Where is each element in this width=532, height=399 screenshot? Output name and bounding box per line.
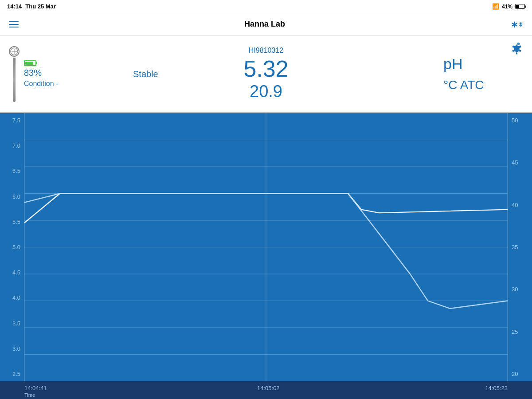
time-sublabel-start: Time — [24, 392, 35, 398]
wifi-icon: 📶 — [492, 3, 499, 10]
units-section: pH °C ATC — [434, 55, 523, 92]
y-right-35: 35 — [508, 244, 532, 250]
time-label-start: 14:04:41 — [24, 385, 47, 391]
probe-condition: Condition - — [24, 80, 58, 88]
probe-details: 83% Condition - — [24, 60, 58, 88]
probe-battery-icon — [24, 60, 36, 66]
y-right-25: 25 — [508, 329, 532, 335]
stable-label: Stable — [133, 69, 158, 79]
y-label-35: 3.5 — [0, 321, 24, 326]
ph-value: 5.32 — [243, 56, 288, 82]
menu-button[interactable] — [9, 21, 19, 27]
y-axis-right: 50 45 40 35 30 25 20 — [508, 113, 532, 381]
y-label-40: 4.0 — [0, 295, 24, 301]
y-label-25: 2.5 — [0, 371, 24, 377]
y-label-75: 7.5 — [0, 117, 24, 123]
device-id: HI9810312 — [249, 47, 283, 55]
probe-battery-percent: 83% — [24, 68, 58, 78]
probe-battery — [24, 60, 58, 66]
nav-bar: Hanna Lab ∗ — [0, 13, 532, 35]
probe-stem — [13, 58, 16, 102]
chart-svg — [24, 113, 508, 381]
battery-percent: 41% — [502, 4, 512, 10]
time-label-mid: 14:05:02 — [257, 385, 280, 391]
time-display: 14:14 — [7, 3, 22, 10]
y-right-50: 50 — [508, 117, 532, 123]
y-axis-left: 7.5 7.0 6.5 6.0 5.5 5.0 4.5 4.0 3.5 3.0 … — [0, 113, 24, 381]
time-label-end: 14:05:23 — [485, 385, 508, 391]
temp-value: 20.9 — [250, 82, 282, 101]
y-right-30: 30 — [508, 286, 532, 292]
battery-icon — [515, 4, 525, 9]
app-title: Hanna Lab — [244, 20, 285, 29]
probe-head — [9, 46, 20, 57]
y-right-20: 20 — [508, 371, 532, 377]
probe-icon — [9, 46, 20, 102]
y-label-50: 5.0 — [0, 244, 24, 250]
temp-unit: °C ATC — [443, 78, 484, 92]
date-display: Thu 25 Mar — [25, 3, 56, 10]
settings-button[interactable] — [511, 42, 523, 58]
y-label-45: 4.5 — [0, 270, 24, 275]
chart-plot-area — [24, 113, 508, 381]
y-label-70: 7.0 — [0, 143, 24, 149]
y-label-65: 6.5 — [0, 168, 24, 174]
y-label-60: 6.0 — [0, 194, 24, 200]
y-label-30: 3.0 — [0, 346, 24, 352]
y-label-55: 5.5 — [0, 219, 24, 225]
probe-section: 83% Condition - — [9, 46, 98, 102]
instrument-panel: 83% Condition - Stable HI9810312 5.32 20… — [0, 35, 532, 113]
chart-container: 7.5 7.0 6.5 6.0 5.5 5.0 4.5 4.0 3.5 3.0 … — [0, 113, 532, 381]
ph-unit: pH — [443, 55, 462, 73]
y-right-40: 40 — [508, 202, 532, 208]
y-right-45: 45 — [508, 160, 532, 165]
time-bar: 14:04:41 Time 14:05:02 14:05:23 — [0, 381, 532, 399]
bluetooth-icon[interactable]: ∗ — [511, 18, 523, 31]
status-bar: 14:14 Thu 25 Mar 📶 41% — [0, 0, 532, 13]
